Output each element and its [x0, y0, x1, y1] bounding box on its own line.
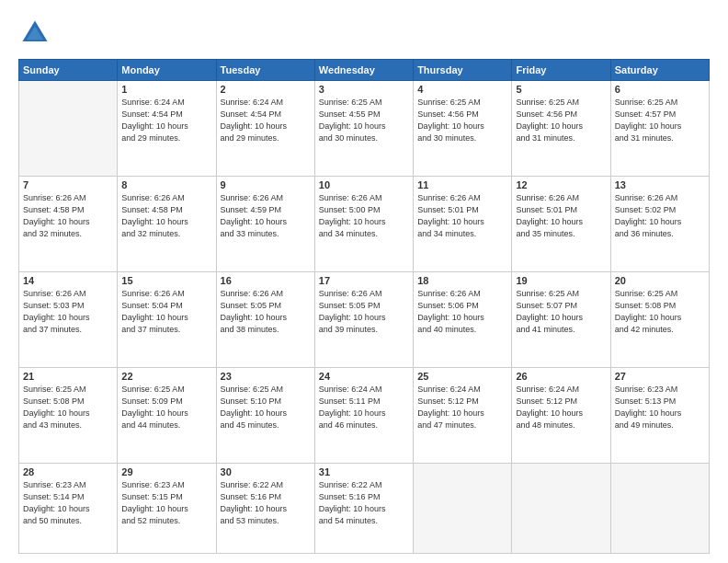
day-info: Sunrise: 6:26 AM Sunset: 5:01 PM Dayligh…: [516, 192, 606, 240]
day-number: 23: [221, 371, 311, 382]
day-info: Sunrise: 6:26 AM Sunset: 4:58 PM Dayligh…: [121, 192, 211, 240]
day-info: Sunrise: 6:24 AM Sunset: 4:54 PM Dayligh…: [121, 97, 211, 144]
day-info: Sunrise: 6:24 AM Sunset: 5:12 PM Dayligh…: [417, 384, 507, 431]
day-info: Sunrise: 6:26 AM Sunset: 5:02 PM Dayligh…: [615, 192, 705, 240]
day-number: 30: [221, 466, 311, 477]
calendar-cell: 26Sunrise: 6:24 AM Sunset: 5:12 PM Dayli…: [512, 368, 610, 464]
calendar-cell: 12Sunrise: 6:26 AM Sunset: 5:01 PM Dayli…: [512, 177, 610, 272]
day-info: Sunrise: 6:25 AM Sunset: 4:57 PM Dayligh…: [615, 97, 705, 144]
logo: [18, 17, 57, 50]
calendar-cell: 31Sunrise: 6:22 AM Sunset: 5:16 PM Dayli…: [314, 464, 413, 554]
day-info: Sunrise: 6:23 AM Sunset: 5:15 PM Dayligh…: [121, 479, 211, 527]
header: [18, 17, 710, 50]
calendar-cell: 13Sunrise: 6:26 AM Sunset: 5:02 PM Dayli…: [610, 177, 709, 272]
calendar-cell: [414, 464, 512, 554]
calendar-week-row: 7Sunrise: 6:26 AM Sunset: 4:58 PM Daylig…: [19, 177, 710, 272]
calendar-cell: 19Sunrise: 6:25 AM Sunset: 5:07 PM Dayli…: [512, 272, 610, 368]
day-number: 6: [615, 84, 705, 95]
day-info: Sunrise: 6:25 AM Sunset: 5:07 PM Dayligh…: [516, 288, 606, 336]
day-info: Sunrise: 6:25 AM Sunset: 5:10 PM Dayligh…: [221, 384, 311, 431]
calendar-cell: 2Sunrise: 6:24 AM Sunset: 4:54 PM Daylig…: [216, 81, 314, 177]
day-number: 31: [319, 466, 409, 477]
day-number: 8: [121, 179, 211, 190]
calendar-header-wednesday: Wednesday: [314, 60, 413, 81]
day-info: Sunrise: 6:25 AM Sunset: 5:08 PM Dayligh…: [615, 288, 705, 336]
day-number: 20: [615, 275, 705, 286]
day-info: Sunrise: 6:26 AM Sunset: 5:01 PM Dayligh…: [417, 192, 507, 240]
day-number: 27: [615, 371, 705, 382]
calendar-cell: [512, 464, 610, 554]
day-info: Sunrise: 6:22 AM Sunset: 5:16 PM Dayligh…: [319, 479, 409, 527]
day-number: 28: [23, 466, 113, 477]
day-number: 12: [516, 179, 606, 190]
day-info: Sunrise: 6:24 AM Sunset: 4:54 PM Dayligh…: [221, 97, 311, 144]
calendar-cell: 16Sunrise: 6:26 AM Sunset: 5:05 PM Dayli…: [216, 272, 314, 368]
calendar-cell: 1Sunrise: 6:24 AM Sunset: 4:54 PM Daylig…: [118, 81, 216, 177]
page: SundayMondayTuesdayWednesdayThursdayFrid…: [0, 0, 728, 563]
calendar-cell: 25Sunrise: 6:24 AM Sunset: 5:12 PM Dayli…: [414, 368, 512, 464]
day-number: 17: [319, 275, 409, 286]
calendar-cell: 22Sunrise: 6:25 AM Sunset: 5:09 PM Dayli…: [118, 368, 216, 464]
day-number: 21: [23, 371, 113, 382]
day-info: Sunrise: 6:26 AM Sunset: 5:06 PM Dayligh…: [417, 288, 507, 336]
day-info: Sunrise: 6:25 AM Sunset: 4:56 PM Dayligh…: [516, 97, 606, 144]
day-number: 29: [121, 466, 211, 477]
day-number: 11: [417, 179, 507, 190]
calendar-header-monday: Monday: [118, 60, 216, 81]
day-number: 24: [319, 371, 409, 382]
day-number: 3: [319, 84, 409, 95]
calendar-cell: 6Sunrise: 6:25 AM Sunset: 4:57 PM Daylig…: [610, 81, 709, 177]
calendar-header-tuesday: Tuesday: [216, 60, 314, 81]
calendar-table: SundayMondayTuesdayWednesdayThursdayFrid…: [18, 59, 710, 554]
calendar-header-sunday: Sunday: [19, 60, 118, 81]
day-number: 1: [121, 84, 211, 95]
calendar-cell: 17Sunrise: 6:26 AM Sunset: 5:05 PM Dayli…: [314, 272, 413, 368]
calendar-cell: [610, 464, 709, 554]
day-number: 14: [23, 275, 113, 286]
calendar-cell: 7Sunrise: 6:26 AM Sunset: 4:58 PM Daylig…: [19, 177, 118, 272]
day-info: Sunrise: 6:26 AM Sunset: 5:00 PM Dayligh…: [319, 192, 409, 240]
day-info: Sunrise: 6:23 AM Sunset: 5:13 PM Dayligh…: [615, 384, 705, 431]
day-info: Sunrise: 6:25 AM Sunset: 5:08 PM Dayligh…: [23, 384, 113, 431]
day-number: 2: [221, 84, 311, 95]
calendar-cell: 4Sunrise: 6:25 AM Sunset: 4:56 PM Daylig…: [414, 81, 512, 177]
calendar-cell: [19, 81, 118, 177]
day-number: 4: [417, 84, 507, 95]
day-number: 16: [221, 275, 311, 286]
day-number: 10: [319, 179, 409, 190]
calendar-cell: 21Sunrise: 6:25 AM Sunset: 5:08 PM Dayli…: [19, 368, 118, 464]
calendar-week-row: 1Sunrise: 6:24 AM Sunset: 4:54 PM Daylig…: [19, 81, 710, 177]
calendar-cell: 23Sunrise: 6:25 AM Sunset: 5:10 PM Dayli…: [216, 368, 314, 464]
calendar-cell: 30Sunrise: 6:22 AM Sunset: 5:16 PM Dayli…: [216, 464, 314, 554]
logo-icon: [18, 17, 51, 50]
day-info: Sunrise: 6:26 AM Sunset: 5:05 PM Dayligh…: [319, 288, 409, 336]
calendar-cell: 10Sunrise: 6:26 AM Sunset: 5:00 PM Dayli…: [314, 177, 413, 272]
calendar-cell: 5Sunrise: 6:25 AM Sunset: 4:56 PM Daylig…: [512, 81, 610, 177]
day-number: 5: [516, 84, 606, 95]
calendar-cell: 8Sunrise: 6:26 AM Sunset: 4:58 PM Daylig…: [118, 177, 216, 272]
day-number: 25: [417, 371, 507, 382]
day-info: Sunrise: 6:25 AM Sunset: 4:55 PM Dayligh…: [319, 97, 409, 144]
calendar-header-friday: Friday: [512, 60, 610, 81]
day-info: Sunrise: 6:26 AM Sunset: 4:59 PM Dayligh…: [221, 192, 311, 240]
calendar-week-row: 21Sunrise: 6:25 AM Sunset: 5:08 PM Dayli…: [19, 368, 710, 464]
calendar-cell: 18Sunrise: 6:26 AM Sunset: 5:06 PM Dayli…: [414, 272, 512, 368]
day-number: 22: [121, 371, 211, 382]
day-number: 9: [221, 179, 311, 190]
day-number: 19: [516, 275, 606, 286]
calendar-cell: 15Sunrise: 6:26 AM Sunset: 5:04 PM Dayli…: [118, 272, 216, 368]
calendar-cell: 29Sunrise: 6:23 AM Sunset: 5:15 PM Dayli…: [118, 464, 216, 554]
day-info: Sunrise: 6:25 AM Sunset: 4:56 PM Dayligh…: [417, 97, 507, 144]
day-number: 18: [417, 275, 507, 286]
calendar-cell: 11Sunrise: 6:26 AM Sunset: 5:01 PM Dayli…: [414, 177, 512, 272]
day-info: Sunrise: 6:23 AM Sunset: 5:14 PM Dayligh…: [23, 479, 113, 527]
day-info: Sunrise: 6:24 AM Sunset: 5:12 PM Dayligh…: [516, 384, 606, 431]
calendar-header-thursday: Thursday: [414, 60, 512, 81]
calendar-cell: 14Sunrise: 6:26 AM Sunset: 5:03 PM Dayli…: [19, 272, 118, 368]
calendar-week-row: 14Sunrise: 6:26 AM Sunset: 5:03 PM Dayli…: [19, 272, 710, 368]
calendar-week-row: 28Sunrise: 6:23 AM Sunset: 5:14 PM Dayli…: [19, 464, 710, 554]
calendar-header-saturday: Saturday: [610, 60, 709, 81]
day-info: Sunrise: 6:26 AM Sunset: 4:58 PM Dayligh…: [23, 192, 113, 240]
day-number: 13: [615, 179, 705, 190]
day-info: Sunrise: 6:24 AM Sunset: 5:11 PM Dayligh…: [319, 384, 409, 431]
